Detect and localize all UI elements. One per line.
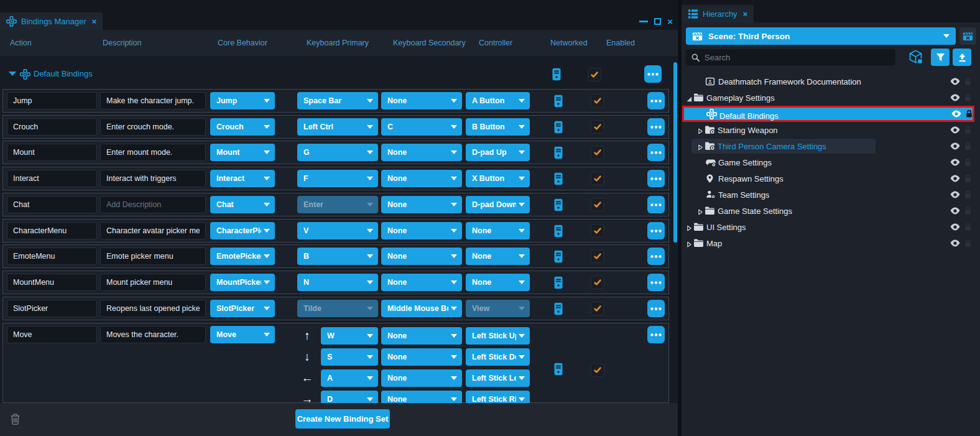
controller-dropdown[interactable]: A Button <box>466 92 530 109</box>
core-behavior-dropdown[interactable]: MountPicker <box>210 274 275 291</box>
core-behavior-dropdown[interactable]: Move <box>210 326 275 343</box>
tree-item-deathmatch-framework-documentation[interactable]: Deathmatch Framework Documentation <box>683 73 975 90</box>
lock-icon[interactable] <box>964 223 972 231</box>
description-input[interactable] <box>100 222 206 239</box>
close-icon[interactable]: × <box>743 9 748 19</box>
scene-button[interactable] <box>959 27 976 45</box>
keyboard-primary-dropdown[interactable]: Space Bar <box>297 92 378 109</box>
description-input[interactable] <box>100 248 206 265</box>
networked-icon[interactable] <box>553 250 563 263</box>
networked-icon[interactable] <box>553 172 563 185</box>
collapse-icon[interactable] <box>685 94 693 105</box>
enabled-checkbox[interactable] <box>591 146 604 159</box>
controller-dropdown[interactable]: B Button <box>466 118 530 136</box>
eye-visibility-icon[interactable] <box>950 94 960 101</box>
more-options-button[interactable] <box>647 170 665 187</box>
eye-visibility-icon[interactable] <box>951 110 961 118</box>
keyboard-primary-dropdown[interactable]: A <box>321 369 378 387</box>
more-options-button[interactable] <box>647 326 665 343</box>
tab-bindings-manager[interactable]: Bindings Manager × <box>0 12 103 30</box>
core-behavior-dropdown[interactable]: Chat <box>210 196 275 213</box>
networked-icon[interactable] <box>553 302 563 315</box>
action-input[interactable] <box>7 222 97 239</box>
controller-dropdown[interactable]: X Button <box>466 170 530 187</box>
eye-visibility-icon[interactable] <box>950 223 960 231</box>
description-input[interactable] <box>100 326 206 343</box>
keyboard-primary-dropdown[interactable]: W <box>321 327 378 345</box>
more-options-button[interactable] <box>647 144 665 161</box>
lock-icon[interactable] <box>964 77 972 86</box>
description-input[interactable] <box>100 144 206 161</box>
binding-set-label[interactable]: Default Bindings <box>34 69 93 78</box>
enabled-checkbox[interactable] <box>591 249 604 263</box>
tree-item-third-person-camera-settings[interactable]: Third Person Camera Settings <box>683 138 975 154</box>
description-input[interactable] <box>100 274 206 291</box>
action-input[interactable] <box>7 196 97 213</box>
action-input[interactable] <box>7 170 97 187</box>
search-input[interactable] <box>705 53 890 62</box>
keyboard-secondary-dropdown[interactable]: None <box>381 170 462 187</box>
keyboard-secondary-dropdown[interactable]: None <box>381 222 462 239</box>
keyboard-secondary-dropdown[interactable]: None <box>381 369 462 387</box>
tree-item-respawn-settings[interactable]: Respawn Settings <box>683 170 975 187</box>
keyboard-secondary-dropdown[interactable]: None <box>381 391 462 403</box>
more-options-button[interactable] <box>647 248 665 265</box>
eye-visibility-icon[interactable] <box>950 126 960 134</box>
description-input[interactable] <box>100 300 206 317</box>
eye-visibility-icon[interactable] <box>950 239 960 247</box>
networked-icon[interactable] <box>553 225 563 238</box>
vertical-scrollbar[interactable] <box>673 62 677 243</box>
controller-dropdown[interactable]: Left Stick Down <box>466 348 530 366</box>
tree-item-game-settings[interactable]: Game Settings <box>683 154 975 170</box>
more-options-button[interactable] <box>644 65 662 83</box>
controller-dropdown[interactable]: None <box>466 274 530 291</box>
core-behavior-dropdown[interactable]: EmotePicker <box>210 248 275 265</box>
keyboard-secondary-dropdown[interactable]: C <box>381 118 462 136</box>
keyboard-primary-dropdown[interactable]: G <box>297 144 378 161</box>
keyboard-primary-dropdown[interactable]: B <box>297 248 378 265</box>
controller-dropdown[interactable]: View <box>466 300 530 317</box>
scene-selector-dropdown[interactable]: Scene: Third Person <box>686 27 956 45</box>
enabled-checkbox[interactable] <box>591 302 604 315</box>
keyboard-primary-dropdown[interactable]: N <box>297 274 378 291</box>
keyboard-secondary-dropdown[interactable]: None <box>381 92 462 109</box>
enabled-checkbox[interactable] <box>588 68 601 81</box>
controller-dropdown[interactable]: None <box>466 222 530 239</box>
description-input[interactable] <box>100 196 206 213</box>
eye-visibility-icon[interactable] <box>950 207 960 215</box>
more-options-button[interactable] <box>647 196 665 213</box>
keyboard-secondary-dropdown[interactable]: None <box>381 348 462 366</box>
keyboard-primary-dropdown[interactable]: Enter <box>297 196 378 213</box>
tab-hierarchy[interactable]: Hierarchy × <box>682 5 754 22</box>
minimize-icon[interactable] <box>639 21 648 22</box>
core-behavior-dropdown[interactable]: SlotPicker <box>210 300 275 317</box>
expand-icon[interactable] <box>685 223 693 234</box>
eye-visibility-icon[interactable] <box>950 191 960 198</box>
enabled-checkbox[interactable] <box>591 224 604 238</box>
eye-visibility-icon[interactable] <box>950 142 960 150</box>
close-icon[interactable]: × <box>667 17 673 26</box>
lock-icon[interactable] <box>964 142 972 151</box>
more-options-button[interactable] <box>647 274 665 291</box>
core-behavior-dropdown[interactable]: Mount <box>210 144 275 161</box>
keyboard-secondary-dropdown[interactable]: None <box>381 144 462 161</box>
lock-icon[interactable] <box>964 158 972 167</box>
enabled-checkbox[interactable] <box>591 363 604 377</box>
lock-icon[interactable] <box>964 174 972 183</box>
core-behavior-dropdown[interactable]: Jump <box>210 92 275 109</box>
controller-dropdown[interactable]: Left Stick Left <box>466 369 530 387</box>
controller-dropdown[interactable]: Left Stick Up <box>466 327 530 345</box>
lock-icon[interactable] <box>964 190 972 199</box>
tree-item-map[interactable]: Map <box>683 235 975 251</box>
networked-icon[interactable] <box>553 276 563 289</box>
tree-item-team-settings[interactable]: Team Settings <box>683 187 975 203</box>
enabled-checkbox[interactable] <box>591 198 604 211</box>
enabled-checkbox[interactable] <box>591 120 604 134</box>
expand-icon[interactable] <box>696 126 704 137</box>
action-input[interactable] <box>7 144 97 161</box>
keyboard-primary-dropdown[interactable]: Left Ctrl <box>297 118 378 136</box>
more-options-button[interactable] <box>647 92 665 109</box>
eye-visibility-icon[interactable] <box>950 78 960 85</box>
controller-dropdown[interactable]: Left Stick Right <box>466 391 530 403</box>
more-options-button[interactable] <box>647 300 665 317</box>
